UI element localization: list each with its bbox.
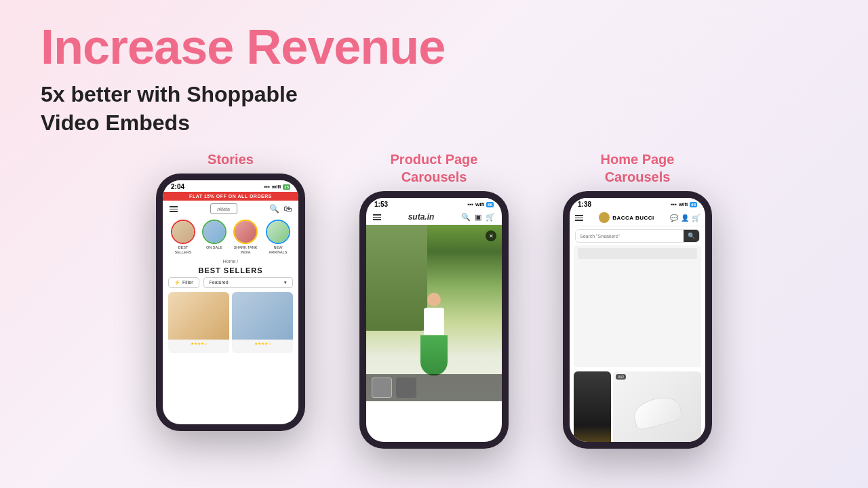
featured-dropdown[interactable]: Featured ▾ bbox=[203, 277, 293, 288]
view-badge: 442 bbox=[616, 374, 626, 380]
user-icon[interactable]: 👤 bbox=[681, 214, 689, 222]
search-button[interactable]: 🔍 bbox=[684, 230, 699, 242]
breadcrumb: Home / bbox=[163, 258, 298, 265]
thumb-2[interactable] bbox=[396, 378, 416, 398]
phone2-screen: 1:53 ▪▪▪ wifi 66 suta.in bbox=[366, 198, 502, 442]
phone3-frame: 1:38 ▪▪▪ wifi 68 bbox=[563, 191, 712, 449]
story-item-2[interactable]: ON SALE bbox=[202, 220, 226, 254]
store-logo: nklata bbox=[210, 203, 237, 214]
phone2-wrapper: Product Page Carousels 1:53 ▪▪▪ wifi 66 bbox=[359, 150, 509, 449]
search-bar[interactable]: 🔍 bbox=[575, 229, 700, 243]
phone2-nav-icons: 🔍 ▣ 🛒 bbox=[461, 213, 495, 222]
hero-section: Increase Revenue 5x better with Shoppabl… bbox=[0, 0, 868, 488]
phone3-nav: BACCA BUCCI 💬 👤 🛒 bbox=[570, 209, 705, 226]
phone2-status-bar: 1:53 ▪▪▪ wifi 66 bbox=[366, 198, 502, 209]
product-top-img bbox=[613, 371, 701, 442]
store-logo-2: suta.in bbox=[408, 212, 435, 222]
product-video-area[interactable]: ▶ ✕ bbox=[366, 225, 502, 401]
product-img-1 bbox=[168, 292, 229, 340]
phone1-nav: nklata 🔍 🛍 bbox=[163, 201, 298, 217]
story-img-1 bbox=[172, 221, 194, 243]
hamburger-icon[interactable] bbox=[575, 215, 583, 221]
wifi-icon: wifi bbox=[475, 201, 484, 207]
battery-badge: 68 bbox=[690, 202, 697, 207]
subheadline-line1: 5x better with Shoppable bbox=[41, 82, 298, 106]
battery-badge: 25 bbox=[283, 184, 290, 190]
cart-icon[interactable]: 🛒 bbox=[486, 213, 495, 222]
video-icon[interactable]: ▣ bbox=[475, 213, 481, 222]
phone3-screen: 1:38 ▪▪▪ wifi 68 bbox=[570, 198, 705, 442]
signal-icon: ▪▪▪ bbox=[264, 184, 270, 190]
shoe-image bbox=[631, 393, 684, 432]
cart-icon[interactable]: 🛍 bbox=[283, 204, 292, 214]
product-img-2 bbox=[232, 292, 293, 340]
phone1-status-bar: 2:04 ▪▪▪ wifi 25 bbox=[163, 180, 298, 192]
phone3-status-icons: ▪▪▪ wifi 68 bbox=[671, 201, 697, 207]
phone2-label: Product Page Carousels bbox=[391, 150, 478, 186]
story-item-3[interactable]: SHARK TANK INDIA bbox=[232, 220, 259, 254]
product-grid: ★★★★☆ ★★★★☆ bbox=[163, 292, 298, 353]
phone1-screen: 2:04 ▪▪▪ wifi 25 FLAT 15% OFF ON ALL ORD… bbox=[163, 180, 298, 424]
hamburger-icon[interactable] bbox=[373, 214, 381, 220]
phone1-frame: 2:04 ▪▪▪ wifi 25 FLAT 15% OFF ON ALL ORD… bbox=[156, 174, 305, 431]
search-input[interactable] bbox=[576, 231, 684, 241]
wifi-icon: wifi bbox=[679, 201, 688, 207]
product-main-col: 442 Bacca Bucci Spectra Sneakers ₹1,799 … bbox=[613, 371, 701, 442]
filter-label: Filter bbox=[182, 280, 193, 285]
promo-banner: FLAT 15% OFF ON ALL ORDERS bbox=[163, 192, 298, 201]
product-top[interactable]: 442 Bacca Bucci Spectra Sneakers ₹1,799 … bbox=[613, 371, 701, 442]
phone3-nav-icons: 💬 👤 🛒 bbox=[670, 214, 700, 222]
signal-icon: ▪▪▪ bbox=[671, 201, 677, 207]
brand-logo: BACCA BUCCI bbox=[599, 212, 654, 223]
thumb-1[interactable] bbox=[372, 378, 392, 398]
story-img-4 bbox=[267, 221, 289, 243]
cart-icon[interactable]: 🛒 bbox=[692, 214, 700, 222]
stories-row: BEST SELLERS ON SALE SHARK bbox=[163, 217, 298, 257]
phones-container: Stories 2:04 ▪▪▪ wifi 25 FLAT 15% OFF ON… bbox=[41, 150, 827, 449]
brand-name: BACCA BUCCI bbox=[612, 215, 654, 221]
phone1-label: Stories bbox=[208, 150, 254, 168]
subheadline-line2: Video Embeds bbox=[41, 110, 190, 135]
chevron-down-icon: ▾ bbox=[284, 280, 287, 285]
story-circle-4 bbox=[266, 220, 290, 244]
phone1-wrapper: Stories 2:04 ▪▪▪ wifi 25 FLAT 15% OFF ON… bbox=[156, 150, 305, 431]
sub-headline: 5x better with Shoppable Video Embeds bbox=[41, 81, 827, 137]
category-bar bbox=[578, 248, 697, 259]
phone3-label-line2: Carousels bbox=[605, 169, 671, 184]
phone2-status-icons: ▪▪▪ wifi 66 bbox=[467, 201, 494, 207]
story-item-4[interactable]: NEW ARRIVALS bbox=[264, 220, 292, 254]
phone2-time: 1:53 bbox=[374, 201, 388, 208]
hamburger-icon[interactable] bbox=[170, 206, 178, 212]
phone3-label: Home Page Carousels bbox=[601, 150, 675, 186]
search-icon[interactable]: 🔍 bbox=[269, 204, 279, 214]
product-left-img bbox=[574, 371, 611, 442]
story-label-2: ON SALE bbox=[206, 245, 222, 250]
search-icon[interactable]: 🔍 bbox=[461, 213, 471, 222]
product-card-left[interactable] bbox=[574, 371, 611, 442]
filter-button[interactable]: ⚡ Filter bbox=[168, 277, 199, 288]
phone2-nav: suta.in 🔍 ▣ 🛒 bbox=[366, 209, 502, 225]
signal-icon: ▪▪▪ bbox=[467, 201, 473, 207]
phone3-status-bar: 1:38 ▪▪▪ wifi 68 bbox=[570, 198, 705, 209]
wifi-icon: wifi bbox=[272, 184, 281, 190]
phone2-frame: 1:53 ▪▪▪ wifi 66 suta.in bbox=[359, 191, 509, 449]
story-label-3: SHARK TANK INDIA bbox=[232, 245, 259, 254]
phone3-wrapper: Home Page Carousels 1:38 ▪▪▪ wifi 68 bbox=[563, 150, 712, 449]
story-circle-1 bbox=[171, 220, 195, 244]
product-card-1[interactable]: ★★★★☆ bbox=[168, 292, 229, 353]
phone3-label-line1: Home Page bbox=[601, 152, 675, 167]
page-title: BEST SELLERS bbox=[163, 265, 298, 277]
phone1-status-icons: ▪▪▪ wifi 25 bbox=[264, 184, 290, 190]
phone2-label-line2: Carousels bbox=[401, 169, 467, 184]
product-card-2[interactable]: ★★★★☆ bbox=[232, 292, 293, 353]
filter-icon: ⚡ bbox=[174, 280, 180, 285]
filter-row: ⚡ Filter Featured ▾ bbox=[163, 277, 298, 292]
brand-icon bbox=[599, 212, 610, 223]
story-label-1: BEST SELLERS bbox=[170, 245, 197, 254]
story-img-3 bbox=[235, 221, 256, 243]
video-carousel-section bbox=[574, 245, 701, 367]
chat-icon[interactable]: 💬 bbox=[670, 214, 678, 222]
phone2-label-line1: Product Page bbox=[391, 152, 478, 167]
story-item-1[interactable]: BEST SELLERS bbox=[170, 220, 197, 254]
phone3-time: 1:38 bbox=[578, 201, 591, 208]
